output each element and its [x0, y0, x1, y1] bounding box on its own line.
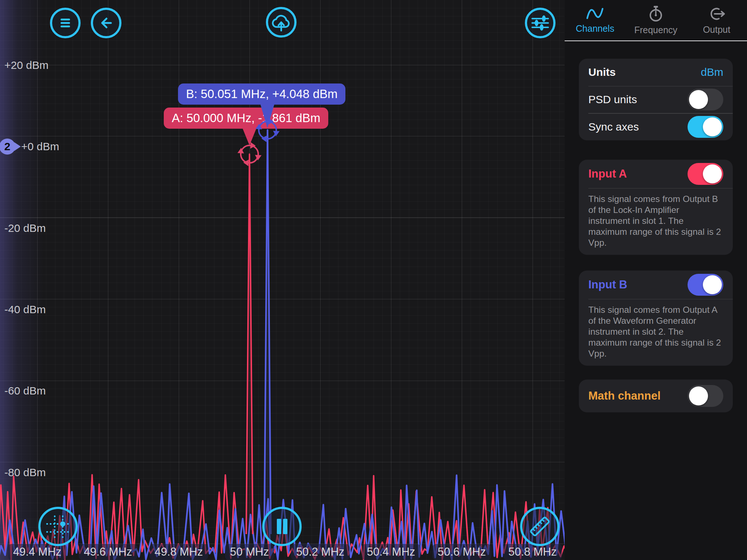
y-tick-label: -60 dBm [4, 384, 46, 397]
psd-units-toggle[interactable] [688, 89, 723, 110]
plot-settings-button[interactable] [525, 8, 556, 38]
math-channel-card: Math channel [579, 380, 733, 412]
input-b-toggle[interactable] [688, 274, 723, 296]
sync-axes-toggle[interactable] [688, 116, 723, 138]
x-tick-label: 50.8 MHz [503, 544, 562, 560]
axes-scale-button[interactable] [38, 507, 78, 546]
sliders-icon [530, 14, 550, 32]
spectrum-plot[interactable]: +20 dBm +0 dBm -20 dBm -40 dBm -60 dBm -… [0, 0, 565, 560]
x-tick-label: 50.4 MHz [362, 544, 421, 560]
x-tick-label: 50 MHz [225, 544, 274, 560]
toggle-knob [703, 164, 722, 183]
menu-icon [57, 14, 74, 32]
marker-b-callout[interactable]: B: 50.051 MHz, +4.048 dBm [178, 83, 345, 105]
input-a-toggle[interactable] [688, 163, 723, 185]
sync-axes-label: Sync axes [588, 121, 688, 133]
input-b-card: Input B This signal comes from Output A … [579, 271, 733, 366]
toggle-knob [689, 90, 708, 109]
units-row[interactable]: Units dBm [579, 59, 733, 86]
x-tick-label: 49.6 MHz [79, 544, 138, 560]
trace-input-a-peak [246, 154, 253, 534]
stopwatch-icon [647, 5, 665, 23]
units-card: Units dBm PSD units Sync axes [579, 59, 733, 140]
psd-units-row: PSD units [579, 86, 733, 113]
sync-axes-row: Sync axes [579, 113, 733, 140]
units-label: Units [588, 66, 701, 78]
math-channel-toggle[interactable] [688, 385, 723, 407]
x-tick-label: 49.8 MHz [150, 544, 208, 560]
marker-b-callout-tail [260, 103, 275, 128]
toggle-knob [703, 117, 722, 136]
y-tick-label: -20 dBm [4, 222, 46, 235]
tab-frequency-label: Frequency [634, 25, 677, 35]
input-a-header: Input A [579, 160, 733, 188]
tab-output-label: Output [703, 24, 730, 35]
input-a-card: Input A This signal comes from Output B … [579, 160, 733, 255]
y-tick-label: +20 dBm [4, 59, 49, 72]
x-tick-label: 49.4 MHz [8, 544, 67, 560]
marker-a-callout-tail [242, 127, 257, 145]
sine-wave-icon [585, 7, 604, 21]
toggle-knob [689, 386, 708, 405]
input-b-title: Input B [588, 278, 688, 291]
tab-channels[interactable]: Channels [565, 0, 626, 40]
spectrum-analyzer-app: +20 dBm +0 dBm -20 dBm -40 dBm -60 dBm -… [0, 0, 747, 560]
cloud-upload-icon [271, 12, 291, 32]
input-a-description: This signal comes from Output B of the L… [588, 188, 733, 255]
sidebar-tab-bar: Channels Frequency Output [565, 0, 747, 41]
tab-output[interactable]: Output [686, 0, 747, 40]
measure-button[interactable] [520, 507, 560, 546]
settings-sidebar: Channels Frequency Output [565, 0, 747, 560]
input-b-header: Input B [579, 271, 733, 299]
math-channel-title: Math channel [588, 389, 688, 402]
pause-icon [272, 517, 291, 536]
input-a-title: Input A [588, 167, 688, 180]
back-arrow-icon [97, 14, 115, 32]
y-tick-label: -40 dBm [4, 303, 46, 316]
tab-channels-label: Channels [576, 23, 615, 34]
y-tick-label: +0 dBm [21, 140, 59, 153]
marker-a-callout[interactable]: A: 50.000 MHz, -1.861 dBm [164, 108, 328, 129]
math-channel-header: Math channel [579, 380, 733, 412]
ruler-icon [526, 513, 554, 540]
y-tick-label: -80 dBm [4, 466, 46, 479]
back-button[interactable] [91, 8, 121, 38]
menu-button[interactable] [50, 8, 81, 38]
toggle-knob [703, 275, 722, 294]
output-arrow-icon [707, 5, 727, 22]
pause-button[interactable] [262, 507, 302, 546]
input-b-description: This signal comes from Output A of the W… [588, 299, 733, 366]
x-tick-label: 50.2 MHz [291, 544, 350, 560]
cloud-upload-button[interactable] [266, 7, 297, 38]
channel-2-reference-badge[interactable]: 2 [0, 139, 15, 155]
psd-units-label: PSD units [588, 93, 688, 106]
axes-grid-icon [44, 513, 72, 540]
units-value[interactable]: dBm [701, 66, 723, 78]
x-tick-label: 50.6 MHz [433, 544, 491, 560]
tab-frequency[interactable]: Frequency [626, 0, 686, 40]
trace-input-b-peak [264, 130, 271, 534]
